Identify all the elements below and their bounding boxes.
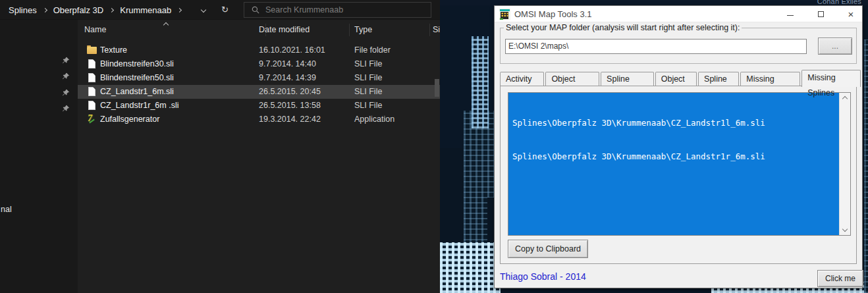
textarea-scrollbar[interactable] [839, 93, 850, 235]
pin-icon[interactable] [62, 105, 70, 113]
file-type: SLI File [354, 73, 382, 82]
file-row-cz-landstr1r[interactable]: CZ_Landstr1r_6m .sli 26.5.2015. 13:58 SL… [78, 99, 440, 113]
file-date: 9.7.2014. 14:40 [259, 59, 316, 68]
missing-splines-panel: Splines\Oberpfalz 3D\Krummenaab\CZ_Lands… [500, 86, 857, 264]
tab-spline-folders[interactable]: Spline folders [601, 72, 654, 86]
map-folder-group-label: Select your MAP folder (analysis will st… [504, 23, 742, 32]
file-type: Application [354, 115, 394, 124]
file-row-blindenstreifen50[interactable]: Blindenstreifen50.sli 9.7.2014. 14:39 SL… [78, 71, 440, 85]
file-date: 26.5.2015. 13:58 [259, 101, 321, 110]
close-icon: × [848, 9, 854, 20]
sort-ascending-icon [163, 22, 169, 28]
omsi-app-icon [499, 9, 510, 20]
missing-splines-textarea[interactable]: Splines\Oberpfalz 3D\Krummenaab\CZ_Lands… [508, 92, 851, 236]
search-input[interactable]: Search Krummenaab [244, 2, 431, 18]
file-type: File folder [354, 45, 391, 55]
missing-spline-line: Splines\Oberpfalz 3D\Krummenaab\CZ_Lands… [512, 117, 839, 128]
file-explorer-window: Splines Oberpfalz 3D Krummenaab ↻ Search… [0, 0, 440, 293]
file-type: SLI File [354, 59, 382, 68]
refresh-icon[interactable]: ↻ [221, 4, 229, 15]
file-date: 9.7.2014. 14:39 [259, 73, 316, 82]
column-header-size[interactable]: Size [433, 25, 440, 34]
map-folder-input[interactable]: E:\OMSI 2\maps\ [505, 39, 807, 54]
file-icon [88, 59, 95, 68]
file-list: Texture 16.10.2021. 16:01 File folder Bl… [78, 43, 440, 126]
pin-icon[interactable] [62, 57, 70, 65]
tab-object-folders[interactable]: Object folders [545, 72, 599, 86]
column-headers: Name Date modified Type Size [78, 20, 440, 40]
address-dropdown-chevron-icon[interactable] [201, 7, 206, 13]
pin-icon[interactable] [62, 89, 70, 97]
file-name[interactable]: Blindenstreifen30.sli [100, 59, 174, 68]
explorer-address-bar: Splines Oberpfalz 3D Krummenaab ↻ Search… [0, 0, 440, 20]
desktop: Conan Exiles Splines Oberpfalz 3D Krumme… [0, 0, 868, 293]
tab-object-list[interactable]: Object list [655, 72, 697, 86]
folder-icon [87, 47, 97, 54]
file-type: SLI File [354, 87, 382, 96]
missing-spline-line: Splines\Oberpfalz 3D\Krummenaab\CZ_Lands… [512, 151, 839, 162]
building-spire [472, 36, 489, 128]
file-name[interactable]: CZ_Landstr1_6m.sli [100, 87, 174, 96]
tab-activity-log[interactable]: Activity log [500, 72, 544, 86]
file-list-pane: Name Date modified Type Size Texture 16.… [78, 20, 440, 293]
file-icon [88, 73, 95, 82]
building-windows-bright [440, 242, 501, 293]
maximize-button[interactable] [809, 6, 832, 22]
scrollbar-thumb[interactable] [435, 79, 439, 97]
maximize-icon [818, 11, 824, 17]
breadcrumb-item-oberpfalz-3d[interactable]: Oberpfalz 3D [53, 5, 104, 15]
file-name[interactable]: Texture [100, 45, 127, 55]
file-name[interactable]: Zufallsgenerator [100, 115, 159, 124]
column-header-date-modified[interactable]: Date modified [259, 25, 310, 34]
chevron-right-icon[interactable] [43, 7, 47, 12]
minimize-icon [787, 15, 794, 16]
click-me-button[interactable]: Click me [817, 270, 863, 287]
file-name[interactable]: Blindenstreifen50.sli [100, 73, 174, 82]
scroll-down-icon[interactable] [842, 226, 848, 232]
file-row-blindenstreifen30[interactable]: Blindenstreifen30.sli 9.7.2014. 14:40 SL… [78, 57, 440, 71]
building-edge [864, 40, 868, 293]
omsi-map-tools-window: OMSI Map Tools 3.1 × Select your MAP fol… [494, 5, 863, 288]
omsi-titlebar[interactable]: OMSI Map Tools 3.1 × [495, 6, 862, 22]
tab-missing-splines[interactable]: Missing Splines [801, 70, 861, 87]
sidebar-item-label-fragment[interactable]: nal [1, 205, 12, 214]
file-type: SLI File [354, 101, 382, 110]
file-row-texture[interactable]: Texture 16.10.2021. 16:01 File folder [78, 43, 440, 57]
pin-icon[interactable] [62, 72, 70, 80]
minimize-button[interactable] [779, 6, 801, 22]
navigation-pane: nal [0, 20, 78, 293]
tab-bar: Activity log Object folders Spline folde… [500, 69, 862, 86]
missing-splines-text: Splines\Oberpfalz 3D\Krummenaab\CZ_Lands… [508, 93, 839, 235]
search-placeholder: Search Krummenaab [265, 5, 343, 14]
application-icon: 7 [88, 113, 98, 123]
file-row-cz-landstr1-selected[interactable]: CZ_Landstr1_6m.sli 26.5.2015. 20:45 SLI … [78, 85, 440, 99]
scroll-up-icon[interactable] [842, 96, 848, 101]
column-header-type[interactable]: Type [354, 25, 372, 34]
window-title: OMSI Map Tools 3.1 [514, 9, 592, 19]
file-icon [88, 87, 95, 96]
breadcrumb: Splines Oberpfalz 3D Krummenaab [9, 0, 181, 20]
background-game-title: Conan Exiles [817, 0, 861, 5]
file-icon [88, 101, 95, 110]
chevron-right-icon[interactable] [177, 7, 182, 12]
background-window-titlebar: Conan Exiles [435, 0, 868, 5]
close-button[interactable]: × [840, 6, 862, 22]
file-name[interactable]: CZ_Landstr1r_6m .sli [100, 101, 179, 110]
browse-button[interactable]: ... [818, 38, 852, 55]
copy-to-clipboard-button[interactable]: Copy to Clipboard [508, 240, 588, 258]
credit-link[interactable]: Thiago Sobral - 2014 [500, 271, 586, 282]
chevron-right-icon[interactable] [109, 7, 114, 12]
column-divider[interactable] [429, 24, 430, 36]
tab-spline-list[interactable]: Spline list [698, 72, 739, 86]
file-date: 26.5.2015. 20:45 [259, 87, 321, 96]
breadcrumb-item-splines[interactable]: Splines [9, 5, 37, 15]
search-icon [252, 6, 259, 14]
column-header-name[interactable]: Name [84, 25, 106, 34]
breadcrumb-item-krummenaab[interactable]: Krummenaab [120, 5, 171, 15]
tab-missing-objects[interactable]: Missing Objects [740, 72, 800, 86]
file-date: 19.3.2014. 22:42 [259, 115, 321, 124]
file-date: 16.10.2021. 16:01 [259, 45, 325, 55]
file-row-zufallsgenerator[interactable]: 7 Zufallsgenerator 19.3.2014. 22:42 Appl… [78, 113, 440, 126]
column-divider[interactable] [349, 24, 350, 36]
map-folder-groupbox: Select your MAP folder (analysis will st… [500, 28, 857, 64]
